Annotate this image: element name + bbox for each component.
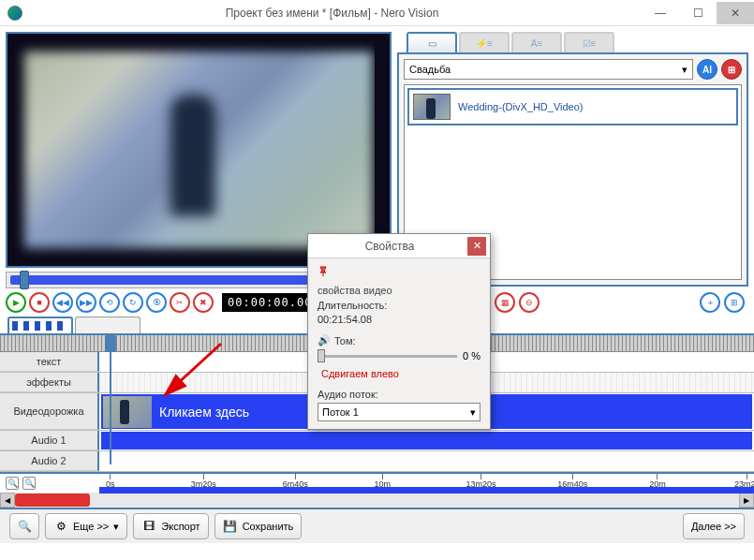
timeline-tab-1[interactable] — [7, 317, 73, 333]
track-label-text: текст — [0, 352, 99, 372]
track-label-audio1: Audio 1 — [0, 431, 99, 450]
track-label-audio2: Audio 2 — [0, 451, 99, 471]
bottom-toolbar: 🔍 ⚙Еще >>▾ 🎞Экспорт 💾Сохранить Далее >> — [0, 508, 754, 543]
timeline-scrollbar[interactable]: ◀ ▶ — [0, 493, 754, 508]
rec-button[interactable]: ✂ — [170, 292, 190, 313]
chevron-down-icon: ▾ — [682, 64, 687, 76]
slide-note: Сдвигаем влево — [321, 368, 480, 379]
minimize-button[interactable]: — — [642, 2, 679, 24]
chevron-down-icon: ▾ — [113, 521, 119, 533]
timecode: 00:00:00.00 — [222, 293, 318, 312]
gear-icon: ⚙ — [53, 519, 68, 534]
audio-stream-label: Аудио поток: — [318, 389, 378, 400]
volume-slider[interactable]: 0 % — [318, 349, 480, 362]
media-item[interactable]: Wedding-(DivX_HD_Video) — [407, 88, 738, 125]
dropdown-value: Свадьба — [409, 64, 451, 75]
rb-clear[interactable]: ⊖ — [519, 292, 540, 313]
snapshot-button[interactable]: ⦿ — [146, 292, 167, 313]
prev-button[interactable]: ◀◀ — [52, 292, 73, 313]
loop-button[interactable]: ↻ — [123, 292, 143, 313]
tab-media[interactable]: ▭ — [407, 32, 457, 52]
volume-value: 0 % — [463, 350, 480, 361]
rewind-button[interactable]: ⟲ — [99, 292, 120, 313]
more-button[interactable]: ⚙Еще >>▾ — [45, 513, 127, 539]
browse-button[interactable]: 🔍 — [9, 513, 39, 539]
next-button[interactable]: Далее >> — [683, 513, 745, 539]
time-scale[interactable]: 0s 3m20s 6m40s 10m 13m20s 16m40s 20m 23m… — [99, 474, 754, 493]
duration-value: 00:21:54.08 — [318, 314, 372, 325]
rb-add[interactable]: ＋ — [700, 292, 720, 313]
close-button[interactable]: ✕ — [717, 2, 754, 24]
audio-stream-value: Поток 1 — [322, 406, 359, 418]
audio-stream-select[interactable]: Поток 1 ▾ — [318, 403, 480, 421]
chevron-down-icon: ▾ — [470, 406, 476, 419]
media-item-label: Wedding-(DivX_HD_Video) — [458, 101, 584, 112]
media-dropdown[interactable]: Свадьба ▾ — [404, 59, 693, 80]
track-audio1[interactable] — [99, 431, 754, 450]
dialog-title: Свойства — [312, 240, 467, 253]
scroll-right[interactable]: ▶ — [739, 493, 754, 508]
speaker-icon: 🔊 — [318, 334, 331, 346]
scroll-left[interactable]: ◀ — [0, 493, 15, 508]
track-audio2[interactable] — [99, 451, 754, 471]
rb-browse[interactable]: ⊞ — [724, 292, 745, 313]
title-bar: Проект без имени * [Фильм] - Nero Vision… — [0, 0, 754, 26]
add-media-button[interactable]: Al — [697, 59, 717, 80]
tab-effects[interactable]: ⚡≡ — [459, 32, 510, 52]
video-section-label: свойства видео — [318, 285, 480, 296]
zoom-out-button[interactable]: 🔍 — [22, 477, 36, 490]
export-button[interactable]: 🎞Экспорт — [133, 513, 208, 539]
track-label-video: Видеодорожка — [0, 393, 99, 430]
timeline-tab-2[interactable] — [75, 317, 140, 333]
save-button[interactable]: 💾Сохранить — [214, 513, 303, 539]
maximize-button[interactable]: ☐ — [679, 2, 717, 24]
pin-icon — [318, 266, 329, 277]
slider-thumb[interactable] — [318, 349, 325, 362]
search-icon: 🔍 — [17, 519, 32, 534]
media-thumbnail — [413, 94, 451, 120]
next-button[interactable]: ▶▶ — [76, 292, 96, 313]
properties-dialog: Свойства ✕ свойства видео Длительность: … — [307, 233, 491, 430]
tab-text[interactable]: A≡ — [511, 32, 562, 52]
stop-button[interactable]: ■ — [29, 292, 50, 313]
timeline-playhead[interactable] — [105, 335, 116, 352]
window-title: Проект без имени * [Фильм] - Nero Vision — [22, 7, 642, 20]
play-button[interactable]: ▶ — [6, 292, 26, 313]
cut-button[interactable]: ✖ — [193, 292, 214, 313]
remove-media-button[interactable]: ⊞ — [721, 59, 742, 80]
export-icon: 🎞 — [141, 519, 156, 534]
duration-label: Длительность: — [318, 300, 387, 311]
track-label-effects: эффекты — [0, 373, 99, 392]
scroll-thumb[interactable] — [15, 494, 90, 507]
tab-transitions[interactable]: ☑≡ — [564, 32, 614, 52]
rb-del[interactable]: ▦ — [495, 292, 515, 313]
dialog-close-button[interactable]: ✕ — [467, 237, 486, 256]
playhead-marker[interactable] — [20, 271, 29, 289]
zoom-in-button[interactable]: 🔍 — [6, 477, 19, 490]
volume-label: Том: — [334, 335, 356, 346]
app-icon — [7, 6, 22, 21]
save-icon: 💾 — [223, 519, 238, 534]
clip-title: Кликаем здесь — [159, 405, 249, 420]
